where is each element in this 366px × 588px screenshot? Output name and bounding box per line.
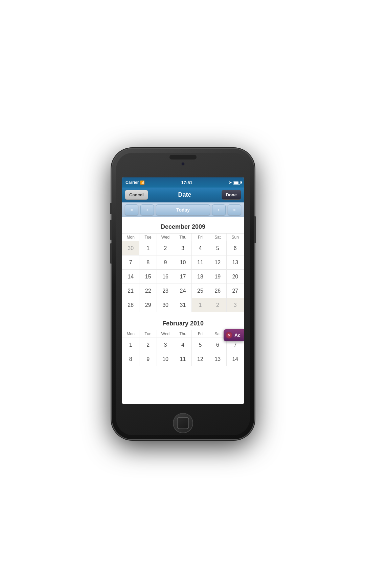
nav-controls-bar: « ‹ Today › » xyxy=(122,202,244,217)
day-cell[interactable]: 20 xyxy=(227,270,244,284)
day-cell[interactable]: 4 xyxy=(192,241,209,255)
day-cell[interactable]: 31 xyxy=(174,298,191,312)
day-cell[interactable]: 5 xyxy=(209,241,226,255)
done-button[interactable]: Done xyxy=(222,190,242,200)
popup-overlay: ✕ Ac xyxy=(224,329,244,341)
day-cell[interactable]: 10 xyxy=(157,352,174,366)
feb-header-thu: Thu xyxy=(174,330,191,338)
header-sun: Sun xyxy=(227,234,244,241)
day-cell[interactable]: 13 xyxy=(209,352,226,366)
popup-close-button[interactable]: ✕ xyxy=(226,332,232,339)
december-calendar: December 2009 Mon Tue Wed Thu Fri Sat Su… xyxy=(122,217,244,314)
day-cell[interactable]: 6 xyxy=(227,241,244,255)
february-grid: 1234567891011121314 xyxy=(122,338,244,366)
day-cell[interactable]: 14 xyxy=(122,270,139,284)
side-button-vol-up[interactable] xyxy=(110,220,112,240)
day-cell[interactable]: 30 xyxy=(157,298,174,312)
day-cell[interactable]: 4 xyxy=(174,338,191,352)
day-cell[interactable]: 1 xyxy=(192,298,209,312)
day-cell[interactable]: 3 xyxy=(157,338,174,352)
december-title: December 2009 xyxy=(122,221,244,233)
day-cell[interactable]: 22 xyxy=(139,284,157,298)
phone-device: Carrier 📶 17:51 ➤ Cancel Date Done « ‹ T… xyxy=(112,149,254,439)
header-mon: Mon xyxy=(122,234,139,241)
day-cell[interactable]: 26 xyxy=(209,284,226,298)
cancel-button[interactable]: Cancel xyxy=(125,190,148,200)
carrier-label: Carrier xyxy=(125,180,139,185)
day-cell[interactable]: 11 xyxy=(174,352,191,366)
header-wed: Wed xyxy=(157,234,174,241)
feb-header-fri: Fri xyxy=(192,330,209,338)
header-thu: Thu xyxy=(174,234,191,241)
day-cell[interactable]: 2 xyxy=(139,338,157,352)
header-tue: Tue xyxy=(139,234,157,241)
header-fri: Fri xyxy=(192,234,209,241)
december-grid: 3012345678910111213141516171819202122232… xyxy=(122,241,244,312)
phone-camera xyxy=(181,162,185,166)
day-cell[interactable]: 21 xyxy=(122,284,139,298)
nav-title: Date xyxy=(178,191,191,198)
phone-screen: Carrier 📶 17:51 ➤ Cancel Date Done « ‹ T… xyxy=(122,177,244,404)
battery-icon xyxy=(233,181,241,185)
december-day-headers: Mon Tue Wed Thu Fri Sat Sun xyxy=(122,233,244,241)
day-cell[interactable]: 9 xyxy=(139,352,157,366)
day-cell[interactable]: 10 xyxy=(174,255,191,270)
status-time: 17:51 xyxy=(181,180,192,185)
status-bar: Carrier 📶 17:51 ➤ xyxy=(122,177,244,188)
day-cell[interactable]: 24 xyxy=(174,284,191,298)
status-right: ➤ xyxy=(229,180,241,185)
day-cell[interactable]: 2 xyxy=(209,298,226,312)
day-cell[interactable]: 28 xyxy=(122,298,139,312)
calendar-content: December 2009 Mon Tue Wed Thu Fri Sat Su… xyxy=(122,217,244,404)
status-left: Carrier 📶 xyxy=(125,180,145,185)
prev-year-button[interactable]: « xyxy=(125,204,138,215)
next-month-button[interactable]: › xyxy=(212,204,226,215)
day-cell[interactable]: 7 xyxy=(122,255,139,270)
side-button-mute[interactable] xyxy=(110,203,112,214)
february-title: February 2010 xyxy=(122,317,244,330)
day-cell[interactable]: 25 xyxy=(192,284,209,298)
day-cell[interactable]: 18 xyxy=(192,270,209,284)
day-cell[interactable]: 27 xyxy=(227,284,244,298)
side-button-vol-down[interactable] xyxy=(110,243,112,264)
nav-bar: Cancel Date Done xyxy=(122,188,244,202)
next-year-button[interactable]: » xyxy=(228,204,241,215)
home-button[interactable] xyxy=(173,413,193,433)
day-cell[interactable]: 29 xyxy=(139,298,157,312)
feb-header-wed: Wed xyxy=(157,330,174,338)
day-cell[interactable]: 15 xyxy=(139,270,157,284)
feb-header-tue: Tue xyxy=(139,330,157,338)
wifi-icon: 📶 xyxy=(140,180,145,185)
prev-month-button[interactable]: ‹ xyxy=(140,204,154,215)
day-cell[interactable]: 11 xyxy=(192,255,209,270)
popup-text: Ac xyxy=(234,333,241,338)
day-cell[interactable]: 13 xyxy=(227,255,244,270)
day-cell[interactable]: 8 xyxy=(122,352,139,366)
battery-fill xyxy=(234,181,238,184)
today-button[interactable]: Today xyxy=(156,204,210,215)
day-cell[interactable]: 23 xyxy=(157,284,174,298)
day-cell[interactable]: 3 xyxy=(174,241,191,255)
header-sat: Sat xyxy=(209,234,226,241)
day-cell[interactable]: 14 xyxy=(227,352,244,366)
location-icon: ➤ xyxy=(229,180,232,185)
day-cell[interactable]: 16 xyxy=(157,270,174,284)
day-cell[interactable]: 12 xyxy=(209,255,226,270)
day-cell[interactable]: 9 xyxy=(157,255,174,270)
day-cell[interactable]: 1 xyxy=(122,338,139,352)
day-cell[interactable]: 17 xyxy=(174,270,191,284)
home-button-inner xyxy=(177,417,189,429)
day-cell[interactable]: 1 xyxy=(139,241,157,255)
phone-speaker xyxy=(169,155,197,160)
feb-header-mon: Mon xyxy=(122,330,139,338)
day-cell[interactable]: 2 xyxy=(157,241,174,255)
day-cell[interactable]: 8 xyxy=(139,255,157,270)
day-cell[interactable]: 3 xyxy=(227,298,244,312)
side-button-power[interactable] xyxy=(254,216,256,243)
day-cell[interactable]: 19 xyxy=(209,270,226,284)
day-cell[interactable]: 5 xyxy=(192,338,209,352)
day-cell[interactable]: 30 xyxy=(122,241,139,255)
day-cell[interactable]: 12 xyxy=(192,352,209,366)
